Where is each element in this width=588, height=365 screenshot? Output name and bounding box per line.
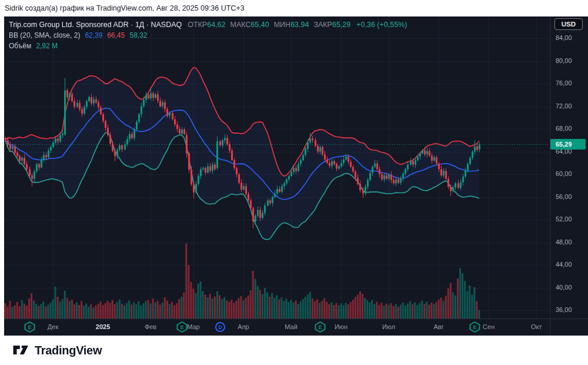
svg-text:E: E xyxy=(180,324,183,330)
bb-indicator-row[interactable]: BB (20, SMA, close, 2) 62,39 66,45 58,32 xyxy=(9,30,407,41)
footer-bar: TradingView xyxy=(0,336,588,365)
svg-text:E: E xyxy=(473,324,476,330)
currency-toggle-button[interactable]: USD xyxy=(554,18,583,30)
volume-label: Объём xyxy=(9,42,31,50)
symbol-legend-row[interactable]: Trip.com Group Ltd. Sponsored ADR · 1Д ·… xyxy=(9,19,407,30)
tradingview-logo-text: TradingView xyxy=(35,344,102,357)
bb-basis-value: 62,39 xyxy=(85,31,102,39)
volume-indicator-row[interactable]: Объём 2,92 М xyxy=(9,41,407,51)
bb-upper-value: 66,45 xyxy=(107,31,125,39)
svg-text:E: E xyxy=(318,324,322,330)
earnings-marker[interactable]: E xyxy=(315,321,326,333)
tradingview-logo-icon xyxy=(12,343,30,358)
earnings-marker[interactable]: E xyxy=(176,321,188,333)
symbol-title: Trip.com Group Ltd. Sponsored ADR · 1Д ·… xyxy=(9,21,182,29)
attribution-bar: Sidrik создал(а) график на TradingView.c… xyxy=(0,0,588,16)
chart-widget: Trip.com Group Ltd. Sponsored ADR · 1Д ·… xyxy=(4,16,588,336)
dividend-marker[interactable]: D xyxy=(215,321,226,333)
attribution-text: Sidrik создал(а) график на TradingView.c… xyxy=(5,4,245,12)
tradingview-chart-page: Sidrik создал(а) график на TradingView.c… xyxy=(0,0,588,365)
bb-lower-value: 58,32 xyxy=(129,31,147,39)
tradingview-logo-link[interactable]: TradingView xyxy=(12,343,102,358)
ohlc-close: ЗАКР65,29 xyxy=(313,21,350,29)
svg-text:D: D xyxy=(218,324,222,330)
ohlc-open: ОТКР64,62 xyxy=(188,21,225,29)
volume-value: 2,92 М xyxy=(36,42,58,50)
price-change: +0,36 (+0,55%) xyxy=(356,21,407,29)
price-chart-canvas[interactable] xyxy=(4,16,588,336)
earnings-marker[interactable]: E xyxy=(24,321,35,333)
ohlc-low: МИН63,94 xyxy=(274,21,309,29)
ohlc-high: МАКС65,40 xyxy=(230,21,269,29)
bb-indicator-label: BB (20, SMA, close, 2) xyxy=(9,31,80,39)
svg-text:E: E xyxy=(28,324,31,330)
chart-legend: Trip.com Group Ltd. Sponsored ADR · 1Д ·… xyxy=(9,19,407,51)
earnings-marker[interactable]: E xyxy=(469,321,480,333)
